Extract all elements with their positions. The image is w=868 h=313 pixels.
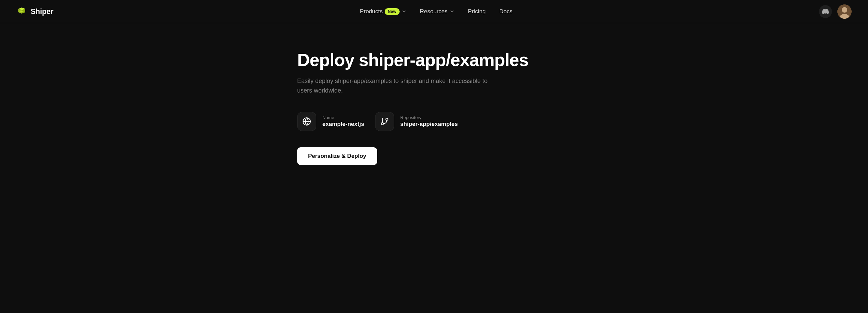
git-branch-icon	[380, 117, 389, 126]
globe-icon	[302, 117, 311, 126]
resources-chevron-icon	[450, 9, 454, 14]
brand-name: Shiper	[31, 7, 53, 16]
name-info-card: Name example-nextjs	[297, 112, 364, 131]
main-content: Deploy shiper-app/examples Easily deploy…	[281, 23, 587, 185]
resources-label: Resources	[420, 8, 448, 15]
navbar: Shiper Products New Resources Pricing Do…	[0, 0, 868, 23]
avatar-image	[837, 4, 852, 19]
nav-products[interactable]: Products New	[354, 5, 412, 18]
discord-icon	[822, 8, 829, 15]
page-subtitle: Easily deploy shiper-app/examples to shi…	[297, 77, 501, 96]
name-card-label: Name	[322, 115, 364, 120]
name-card-text: Name example-nextjs	[322, 115, 364, 128]
pricing-label: Pricing	[468, 8, 486, 15]
nav-right-actions	[819, 4, 852, 19]
personalize-deploy-button[interactable]: Personalize & Deploy	[297, 147, 377, 165]
discord-button[interactable]	[819, 5, 832, 18]
new-badge: New	[385, 8, 399, 15]
docs-label: Docs	[499, 8, 513, 15]
name-card-value: example-nextjs	[322, 121, 364, 128]
repo-card-label: Repository	[400, 115, 458, 120]
page-title: Deploy shiper-app/examples	[297, 50, 571, 70]
products-label: Products	[360, 8, 383, 15]
svg-point-1	[842, 7, 847, 13]
repo-card-text: Repository shiper-app/examples	[400, 115, 458, 128]
brand-logo-link[interactable]: Shiper	[16, 6, 53, 17]
nav-resources[interactable]: Resources	[415, 5, 460, 18]
repo-card-value: shiper-app/examples	[400, 121, 458, 128]
nav-links: Products New Resources Pricing Docs	[354, 5, 518, 18]
name-icon-container	[297, 112, 316, 131]
repo-icon-container	[375, 112, 394, 131]
products-chevron-icon	[402, 9, 406, 14]
nav-docs[interactable]: Docs	[494, 5, 518, 18]
nav-pricing[interactable]: Pricing	[463, 5, 491, 18]
shiper-logo-icon	[16, 6, 27, 17]
repository-info-card: Repository shiper-app/examples	[375, 112, 458, 131]
info-cards-row: Name example-nextjs Repository shiper-ap…	[297, 112, 571, 131]
svg-point-6	[386, 118, 388, 120]
user-avatar[interactable]	[837, 4, 852, 19]
